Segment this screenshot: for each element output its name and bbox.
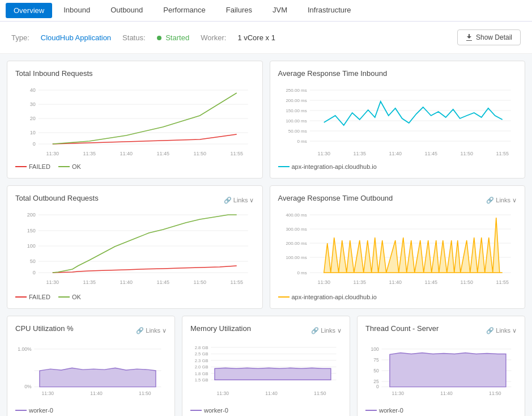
svg-text:400.00 ms: 400.00 ms xyxy=(286,213,307,218)
svg-text:11:50: 11:50 xyxy=(489,390,501,396)
total-inbound-legend: FAILED OK xyxy=(15,163,254,170)
svg-text:11:35: 11:35 xyxy=(353,151,366,156)
svg-text:11:30: 11:30 xyxy=(216,390,229,396)
main-content: Total Inbound Requests 40 30 20 10 0 11:… xyxy=(0,54,532,416)
svg-marker-66 xyxy=(324,218,502,273)
total-inbound-card: Total Inbound Requests 40 30 20 10 0 11:… xyxy=(7,61,263,179)
svg-text:2.3 GB: 2.3 GB xyxy=(195,358,208,363)
avg-response-outbound-title: Average Response Time Outbound xyxy=(278,194,393,202)
svg-text:11:55: 11:55 xyxy=(230,279,243,285)
outbound-row: Total Outbound Requests 🔗 Links ∨ 200 15… xyxy=(7,185,525,309)
avg-response-outbound-legend: apx-integration-api.cloudhub.io xyxy=(278,294,517,300)
mem-links[interactable]: 🔗 Links ∨ xyxy=(311,327,342,334)
thread-count-chart: 100 75 50 25 0 11:30 11:40 11:50 xyxy=(365,339,517,402)
svg-text:11:50: 11:50 xyxy=(314,390,326,396)
total-outbound-title: Total Outbound Requests xyxy=(15,194,99,202)
mem-util-title: Memory Utilization xyxy=(190,324,251,333)
total-inbound-chart: 40 30 20 10 0 11:30 11:35 11:40 11:45 11… xyxy=(15,84,254,158)
status-label: Status: xyxy=(122,33,145,42)
svg-text:11:30: 11:30 xyxy=(317,151,330,156)
svg-marker-91 xyxy=(215,368,331,380)
mem-legend: worker-0 xyxy=(190,407,342,414)
avg-response-inbound-title: Average Response Time Inbound xyxy=(278,69,388,78)
svg-text:10: 10 xyxy=(30,130,36,135)
cpu-util-chart: 1.00% 0% 11:30 11:40 11:50 xyxy=(15,339,167,402)
svg-text:11:40: 11:40 xyxy=(440,390,453,396)
svg-marker-105 xyxy=(390,353,506,387)
thread-legend: worker-0 xyxy=(365,407,517,414)
svg-text:100.00 ms: 100.00 ms xyxy=(286,118,307,124)
avg-response-inbound-card: Average Response Time Inbound 250.00 ms … xyxy=(270,61,526,179)
type-label: Type: xyxy=(11,33,29,42)
nav-tab-infrastructure[interactable]: Infrastructure xyxy=(297,0,361,21)
svg-text:11:55: 11:55 xyxy=(230,151,243,156)
svg-text:20: 20 xyxy=(30,116,36,121)
download-icon xyxy=(466,34,473,41)
svg-text:11:45: 11:45 xyxy=(424,151,437,156)
svg-text:100.00 ms: 100.00 ms xyxy=(286,255,307,260)
status-bar: Type: CloudHub Application Status: Start… xyxy=(0,22,532,54)
nav-tab-failures[interactable]: Failures xyxy=(216,0,262,21)
total-outbound-links[interactable]: 🔗 Links ∨ xyxy=(224,197,254,204)
cpu-util-title: CPU Utilization % xyxy=(15,324,74,333)
inbound-row: Total Inbound Requests 40 30 20 10 0 11:… xyxy=(7,61,525,179)
thread-links[interactable]: 🔗 Links ∨ xyxy=(486,327,517,334)
svg-text:40: 40 xyxy=(30,87,36,93)
nav-tab-outbound[interactable]: Outbound xyxy=(100,0,153,21)
svg-text:11:30: 11:30 xyxy=(317,279,330,285)
svg-text:0 ms: 0 ms xyxy=(297,139,307,144)
svg-text:11:55: 11:55 xyxy=(496,279,509,285)
svg-text:25: 25 xyxy=(373,379,379,384)
top-nav: OverviewInboundOutboundPerformanceFailur… xyxy=(0,0,532,22)
svg-text:11:30: 11:30 xyxy=(391,390,404,396)
svg-text:11:40: 11:40 xyxy=(265,390,278,396)
worker-label: Worker: xyxy=(201,33,226,42)
svg-text:100: 100 xyxy=(371,346,380,352)
svg-text:0 ms: 0 ms xyxy=(297,270,307,275)
cpu-util-card: CPU Utilization % 🔗 Links ∨ 1.00% 0% 11:… xyxy=(7,316,175,416)
cpu-links[interactable]: 🔗 Links ∨ xyxy=(136,327,167,334)
svg-text:300.00 ms: 300.00 ms xyxy=(286,227,307,232)
svg-text:11:50: 11:50 xyxy=(193,151,206,156)
infra-row: CPU Utilization % 🔗 Links ∨ 1.00% 0% 11:… xyxy=(7,316,525,416)
svg-text:50.00 ms: 50.00 ms xyxy=(288,129,307,134)
total-outbound-card: Total Outbound Requests 🔗 Links ∨ 200 15… xyxy=(7,185,263,309)
svg-text:11:35: 11:35 xyxy=(353,279,366,285)
svg-text:0: 0 xyxy=(33,141,36,147)
svg-marker-75 xyxy=(40,368,156,387)
svg-text:1.8 GB: 1.8 GB xyxy=(195,371,208,376)
cpu-legend: worker-0 xyxy=(15,407,167,414)
svg-text:100: 100 xyxy=(27,243,36,249)
svg-text:11:55: 11:55 xyxy=(496,151,509,156)
svg-text:50: 50 xyxy=(30,258,36,264)
avg-response-outbound-links[interactable]: 🔗 Links ∨ xyxy=(486,197,517,204)
svg-text:11:30: 11:30 xyxy=(41,390,54,396)
svg-text:11:40: 11:40 xyxy=(120,279,133,285)
total-inbound-title: Total Inbound Requests xyxy=(15,69,93,78)
status-value: Started xyxy=(165,33,189,42)
svg-text:75: 75 xyxy=(373,357,379,363)
nav-tab-performance[interactable]: Performance xyxy=(153,0,215,21)
nav-tab-inbound[interactable]: Inbound xyxy=(53,0,100,21)
worker-value: 1 vCore x 1 xyxy=(237,33,275,42)
svg-text:50: 50 xyxy=(373,368,379,373)
svg-text:250.00 ms: 250.00 ms xyxy=(286,88,307,93)
svg-text:200: 200 xyxy=(27,212,36,218)
type-value: CloudHub Application xyxy=(41,33,111,42)
avg-response-inbound-chart: 250.00 ms 200.00 ms 150.00 ms 100.00 ms … xyxy=(278,84,517,158)
mem-util-card: Memory Utilization 🔗 Links ∨ 2.8 GB 2.5 … xyxy=(182,316,350,416)
svg-text:11:35: 11:35 xyxy=(83,279,96,285)
show-detail-button[interactable]: Show Detail xyxy=(457,29,521,45)
svg-text:200.00 ms: 200.00 ms xyxy=(286,241,307,246)
svg-text:11:45: 11:45 xyxy=(156,151,169,156)
svg-text:0%: 0% xyxy=(24,384,32,389)
thread-count-title: Thread Count - Server xyxy=(365,324,439,333)
total-outbound-chart: 200 150 100 50 0 11:30 11:35 11:40 11:45… xyxy=(15,209,254,288)
svg-text:11:40: 11:40 xyxy=(389,151,402,156)
nav-tab-jvm[interactable]: JVM xyxy=(262,0,297,21)
svg-text:2.0 GB: 2.0 GB xyxy=(195,364,208,370)
thread-count-card: Thread Count - Server 🔗 Links ∨ 100 75 5… xyxy=(357,316,525,416)
svg-text:11:50: 11:50 xyxy=(460,279,473,285)
status-indicator: Started xyxy=(157,33,190,42)
nav-tab-overview[interactable]: Overview xyxy=(6,3,52,18)
